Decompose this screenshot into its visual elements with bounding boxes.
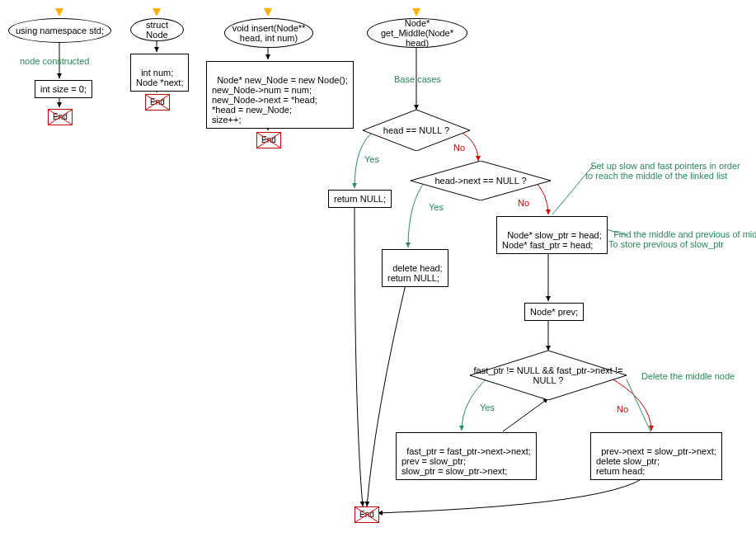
start-arrow-2 <box>153 8 161 16</box>
text: fast_ptr != NULL && fast_ptr->next != NU… <box>470 365 627 385</box>
diamond-head-next-null-text: head->next == NULL ? <box>411 161 551 200</box>
text: Node* prev; <box>530 307 578 317</box>
rect-size: int size = 0; <box>35 80 92 98</box>
text: struct Node <box>134 20 180 40</box>
end-3: End <box>256 132 281 148</box>
start-arrow-4 <box>412 8 420 16</box>
text: int size = 0; <box>40 84 87 94</box>
text: void insert(Node** head, int num) <box>228 23 309 43</box>
d2-no: No <box>518 198 529 208</box>
text: delete head; return NULL; <box>387 263 443 283</box>
rect-insert-body: Node* new_Node = new Node(); new_Node->n… <box>206 61 354 129</box>
text: Find the middle and previous of middle. … <box>608 229 756 249</box>
comment-setup-ptrs: Set up slow and fast pointers in order t… <box>585 151 740 181</box>
comment-base-cases: Base cases <box>394 74 441 84</box>
d2-yes: Yes <box>429 202 444 212</box>
text: Node* new_Node = new Node(); new_Node->n… <box>212 75 348 125</box>
comment-delete-middle: Delete the middle node <box>641 371 735 381</box>
ellipse-insert: void insert(Node** head, int num) <box>224 18 313 48</box>
end-1: End <box>48 109 73 125</box>
ellipse-namespace: using namespace std; <box>8 18 111 43</box>
d1-no: No <box>453 143 465 153</box>
end-2: End <box>145 94 170 111</box>
text: Node* slow_ptr = head; Node* fast_ptr = … <box>502 230 602 250</box>
diamond-fast-ptr-text: fast_ptr != NULL && fast_ptr->next != NU… <box>470 351 627 400</box>
comment-node-constructed: node constructed <box>20 56 89 66</box>
rect-prev: Node* prev; <box>524 303 584 321</box>
d3-yes: Yes <box>480 403 495 412</box>
text: Node* get_Middle(Node* head) <box>371 18 463 48</box>
text: prev->next = slow_ptr->next; delete slow… <box>596 446 716 476</box>
rect-loop-body: fast_ptr = fast_ptr->next->next; prev = … <box>396 432 537 480</box>
end-4: End <box>355 506 379 523</box>
ellipse-get-middle: Node* get_Middle(Node* head) <box>367 18 467 48</box>
start-arrow-1 <box>55 8 63 16</box>
rect-return-null: return NULL; <box>328 190 392 208</box>
text: Set up slow and fast pointers in order t… <box>585 161 740 181</box>
comment-find-middle: Find the middle and previous of middle. … <box>608 219 756 249</box>
d3-no: No <box>617 404 628 414</box>
svg-line-11 <box>627 379 651 433</box>
ellipse-struct: struct Node <box>130 18 184 41</box>
rect-struct-fields: int num; Node *next; <box>130 54 189 92</box>
text: fast_ptr = fast_ptr->next->next; prev = … <box>401 446 531 476</box>
rect-ptr-init: Node* slow_ptr = head; Node* fast_ptr = … <box>496 216 608 254</box>
rect-after-loop: prev->next = slow_ptr->next; delete slow… <box>590 432 722 480</box>
text: int num; Node *next; <box>136 68 183 87</box>
d1-yes: Yes <box>364 154 379 164</box>
start-arrow-3 <box>264 8 272 16</box>
rect-delete-head: delete head; return NULL; <box>382 249 448 287</box>
text: return NULL; <box>334 194 386 204</box>
text: using namespace std; <box>16 26 104 35</box>
